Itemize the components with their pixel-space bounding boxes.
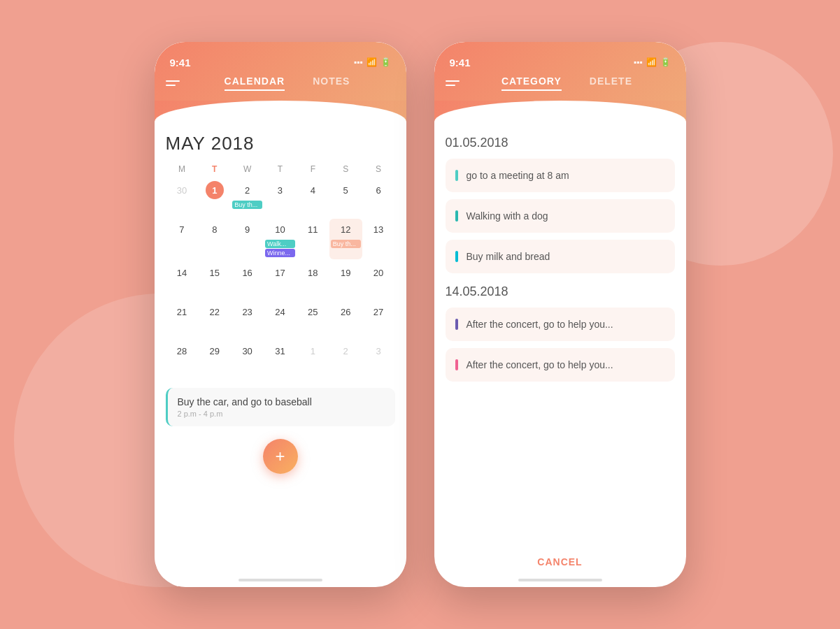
hamburger-menu-right[interactable] <box>446 80 460 86</box>
cancel-button[interactable]: CANCEL <box>434 545 686 579</box>
date-label-2: 14.05.2018 <box>446 284 675 299</box>
note-border-2 <box>455 210 458 222</box>
note-border-3 <box>455 251 458 262</box>
date-17: 17 <box>271 263 289 282</box>
cal-cell-23[interactable]: 23 <box>231 301 264 338</box>
event-card-title: Buy the car, and go to baseball <box>178 396 385 407</box>
battery-icon: 🔋 <box>380 57 391 67</box>
tab-calendar[interactable]: CALENDAR <box>225 75 285 91</box>
date-30b: 30 <box>239 342 257 360</box>
col-w: W <box>231 164 264 174</box>
date-4: 4 <box>304 181 322 199</box>
status-bar-left: 9:41 ▪▪▪ 📶 🔋 <box>155 42 406 73</box>
date-1b: 1 <box>304 342 322 360</box>
tab-delete[interactable]: DELETE <box>590 75 632 91</box>
cal-cell-30b[interactable]: 30 <box>231 340 264 377</box>
cal-cell-4[interactable]: 4 <box>297 180 329 216</box>
date-13: 13 <box>369 220 387 238</box>
date-3: 3 <box>271 181 289 199</box>
date-30: 30 <box>173 181 191 199</box>
cal-cell-10[interactable]: 10 Walk... Winne... <box>264 219 297 259</box>
cal-cell-27[interactable]: 27 <box>362 301 395 338</box>
cal-cell-18[interactable]: 18 <box>297 262 329 298</box>
nav-bar-left: CALENDAR NOTES <box>155 73 406 101</box>
cal-cell-22[interactable]: 22 <box>198 301 231 338</box>
nav-bar-right: CATEGORY DELETE <box>434 73 686 101</box>
tab-notes[interactable]: NOTES <box>313 75 350 91</box>
event-10-1: Walk... <box>265 240 295 248</box>
note-card-4[interactable]: After the concert, go to help you... <box>446 308 675 341</box>
home-indicator-left <box>239 579 322 581</box>
date-29: 29 <box>206 342 224 360</box>
cal-cell-9[interactable]: 9 <box>231 219 264 259</box>
calendar-header: 9:41 ▪▪▪ 📶 🔋 CALENDAR NOTES <box>155 42 406 101</box>
cal-cell-17[interactable]: 17 <box>264 262 297 298</box>
note-card-5[interactable]: After the concert, go to help you... <box>446 348 675 382</box>
date-11: 11 <box>304 220 322 238</box>
cal-cell-11[interactable]: 11 <box>297 219 329 259</box>
cal-cell-2b[interactable]: 2 <box>329 340 362 377</box>
date-14: 14 <box>173 263 191 282</box>
cal-cell-15[interactable]: 15 <box>198 262 231 298</box>
date-10: 10 <box>271 220 289 238</box>
cal-cell-5[interactable]: 5 <box>329 180 362 216</box>
cal-cell-6[interactable]: 6 <box>362 180 395 216</box>
cal-cell-21[interactable]: 21 <box>166 301 199 338</box>
date-15: 15 <box>206 263 224 282</box>
tab-bar-left: CALENDAR NOTES <box>180 75 395 91</box>
cal-cell-3b[interactable]: 3 <box>362 340 395 377</box>
col-f: F <box>297 164 329 174</box>
cal-cell-16[interactable]: 16 <box>231 262 264 298</box>
date-7: 7 <box>173 220 191 238</box>
cal-cell-26[interactable]: 26 <box>329 301 362 338</box>
cal-week-4: 21 22 23 24 25 26 27 <box>166 301 395 338</box>
cal-cell-1[interactable]: 1 <box>198 180 231 216</box>
wave-right <box>434 101 686 122</box>
event-10-2: Winne... <box>265 249 295 257</box>
event-card[interactable]: Buy the car, and go to baseball 2 p.m - … <box>166 388 395 426</box>
cal-cell-12[interactable]: 12 Buy th... <box>329 219 362 259</box>
cal-cell-31[interactable]: 31 <box>264 340 297 377</box>
date-26: 26 <box>336 303 355 321</box>
cal-cell-19[interactable]: 19 <box>329 262 362 298</box>
date-8: 8 <box>206 220 224 238</box>
note-card-1[interactable]: go to a meeting at 8 am <box>446 159 675 192</box>
cal-week-3: 14 15 16 17 18 19 20 <box>166 262 395 298</box>
date-3b: 3 <box>369 342 387 360</box>
cal-week-2: 7 8 9 10 Walk... Winne... 11 12 Buy th..… <box>166 219 395 259</box>
cal-cell-20[interactable]: 20 <box>362 262 395 298</box>
phone-notes: 9:41 ▪▪▪ 📶 🔋 CATEGORY DELETE 01.05.2018 … <box>434 42 686 587</box>
note-card-2[interactable]: Walking with a dog <box>446 199 675 233</box>
notes-header: 9:41 ▪▪▪ 📶 🔋 CATEGORY DELETE <box>434 42 686 101</box>
tab-category[interactable]: CATEGORY <box>501 75 562 91</box>
add-event-button[interactable]: + <box>263 439 298 474</box>
wifi-icon-right: 📶 <box>646 57 657 67</box>
date-24: 24 <box>271 303 289 321</box>
cal-cell-25[interactable]: 25 <box>297 301 329 338</box>
cal-cell-2[interactable]: 2 Buy th... <box>231 180 264 216</box>
hamburger-menu-left[interactable] <box>166 80 180 86</box>
cal-week-1: 30 1 2 Buy th... 3 4 5 6 <box>166 180 395 216</box>
cal-cell-24[interactable]: 24 <box>264 301 297 338</box>
cal-cell-14[interactable]: 14 <box>166 262 199 298</box>
cal-cell-1b[interactable]: 1 <box>297 340 329 377</box>
date-21: 21 <box>173 303 191 321</box>
wifi-icon: 📶 <box>366 57 377 67</box>
status-time-left: 9:41 <box>170 57 191 68</box>
event-card-time: 2 p.m - 4 p.m <box>178 410 385 418</box>
cal-cell-7[interactable]: 7 <box>166 219 199 259</box>
event-12-1: Buy th... <box>331 240 361 248</box>
signal-icon: ▪▪▪ <box>354 57 363 67</box>
note-card-3[interactable]: Buy milk and bread <box>446 240 675 273</box>
cal-cell-8[interactable]: 8 <box>198 219 231 259</box>
cal-cell-13[interactable]: 13 <box>362 219 395 259</box>
cal-cell-28[interactable]: 28 <box>166 340 199 377</box>
date-20: 20 <box>369 263 387 282</box>
col-t1: T <box>198 164 231 174</box>
note-text-4: After the concert, go to help you... <box>467 319 613 330</box>
cal-cell-30[interactable]: 30 <box>166 180 199 216</box>
cal-cell-29[interactable]: 29 <box>198 340 231 377</box>
calendar-body: MAY 2018 M T W T F S S 30 1 2 Buy th... … <box>155 122 406 579</box>
cal-cell-3[interactable]: 3 <box>264 180 297 216</box>
status-icons-left: ▪▪▪ 📶 🔋 <box>354 57 391 67</box>
